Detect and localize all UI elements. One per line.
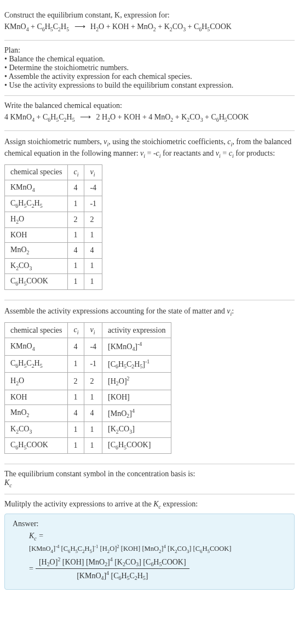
balanced-rhs: 2 H2O + KOH + 4 MnO2 + K2CO3 + C6H5COOK bbox=[96, 113, 249, 121]
cell: [KOH] bbox=[102, 390, 171, 404]
cell: -4 bbox=[84, 338, 102, 355]
cell: KMnO4 bbox=[5, 180, 68, 196]
table-header-row: chemical species ci νi activity expressi… bbox=[5, 322, 171, 338]
kc-line-3: = [H2O]2 [KOH] [MnO2]4 [K2CO3] [C6H5COOK… bbox=[29, 556, 286, 582]
cell: 1 bbox=[68, 438, 84, 454]
assign-text: Assign stoichiometric numbers, νi, using… bbox=[4, 136, 295, 160]
cell: KOH bbox=[5, 227, 68, 242]
table-header: chemical species bbox=[5, 164, 68, 180]
cell: MnO2 bbox=[5, 404, 68, 421]
balanced-title: Write the balanced chemical equation: bbox=[4, 101, 295, 110]
cell: 4 bbox=[68, 404, 84, 421]
table-row: KMnO44-4 bbox=[5, 180, 102, 196]
cell: K2CO3 bbox=[5, 258, 68, 274]
intro-eq-rhs: H2O + KOH + MnO2 + K2CO3 + C6H5COOK bbox=[90, 22, 232, 31]
cell: 4 bbox=[68, 180, 84, 196]
cell: [C6H5COOK] bbox=[102, 438, 171, 454]
table-header: chemical species bbox=[5, 322, 68, 338]
cell: C6H5C2H5 bbox=[5, 196, 68, 212]
plan-item: • Balance the chemical equation. bbox=[4, 55, 295, 64]
table-row: C6H5COOK11[C6H5COOK] bbox=[5, 438, 171, 454]
cell: 1 bbox=[68, 196, 84, 212]
cell: KMnO4 bbox=[5, 338, 68, 355]
cell: -4 bbox=[84, 180, 102, 196]
kc-line-1: Kc = bbox=[29, 532, 286, 542]
table-row: KMnO44-4[KMnO4]-4 bbox=[5, 338, 171, 355]
stoich-table: chemical species ci νi KMnO44-4 C6H5C2H5… bbox=[4, 164, 102, 290]
cell: [MnO2]4 bbox=[102, 404, 171, 421]
table-row: KOH11[KOH] bbox=[5, 390, 171, 404]
table-row: MnO244 bbox=[5, 242, 102, 258]
cell: 1 bbox=[84, 258, 102, 274]
table-header: νi bbox=[84, 164, 102, 180]
cell: 2 bbox=[84, 212, 102, 227]
kc-symbol: Kc bbox=[4, 478, 295, 488]
plan-item: • Use the activity expressions to build … bbox=[4, 81, 295, 90]
table-header: activity expression bbox=[102, 322, 171, 338]
multiply-section: Mulitply the activity expressions to arr… bbox=[4, 494, 295, 595]
cell: [H2O]2 bbox=[102, 373, 171, 390]
table-row: H2O22[H2O]2 bbox=[5, 373, 171, 390]
table-row: K2CO311 bbox=[5, 258, 102, 274]
cell: H2O bbox=[5, 373, 68, 390]
cell: 2 bbox=[84, 373, 102, 390]
table-row: KOH11 bbox=[5, 227, 102, 242]
cell: 1 bbox=[68, 355, 84, 372]
symbol-text: The equilibrium constant symbol in the c… bbox=[4, 470, 295, 478]
activity-table: chemical species ci νi activity expressi… bbox=[4, 322, 171, 454]
symbol-section: The equilibrium constant symbol in the c… bbox=[4, 464, 295, 494]
cell: -1 bbox=[84, 196, 102, 212]
cell: [KMnO4]-4 bbox=[102, 338, 171, 355]
cell: -1 bbox=[84, 355, 102, 372]
equals-sign: = bbox=[29, 565, 33, 573]
cell: MnO2 bbox=[5, 242, 68, 258]
assign-section: Assign stoichiometric numbers, νi, using… bbox=[4, 131, 295, 301]
table-header: ci bbox=[68, 322, 84, 338]
cell: 1 bbox=[68, 274, 84, 290]
answer-label: Answer: bbox=[13, 520, 286, 528]
balanced-equation: 4 KMnO4 + C6H5C2H5 ⟶ 2 H2O + KOH + 4 MnO… bbox=[4, 112, 295, 123]
cell: 1 bbox=[84, 274, 102, 290]
kc-eq: Kc = bbox=[29, 532, 44, 542]
cell: KOH bbox=[5, 390, 68, 404]
answer-box: Answer: Kc = [KMnO4]-4 [C6H5C2H5]-1 [H2O… bbox=[4, 514, 295, 589]
intro-section: Construct the equilibrium constant, K, e… bbox=[4, 4, 295, 41]
multiply-text: Mulitply the activity expressions to arr… bbox=[4, 500, 295, 510]
table-row: K2CO311[K2CO3] bbox=[5, 422, 171, 438]
assemble-section: Assemble the activity expressions accoun… bbox=[4, 300, 295, 464]
arrow-icon: ⟶ bbox=[71, 22, 89, 31]
cell: 1 bbox=[84, 422, 102, 438]
cell: 1 bbox=[84, 438, 102, 454]
cell: C6H5C2H5 bbox=[5, 355, 68, 372]
intro-equation: KMnO4 + C6H5C2H5 ⟶ H2O + KOH + MnO2 + K2… bbox=[4, 22, 295, 32]
cell: 2 bbox=[68, 212, 84, 227]
assemble-text: Assemble the activity expressions accoun… bbox=[4, 306, 295, 318]
cell: [C6H5C2H5]-1 bbox=[102, 355, 171, 372]
table-header-row: chemical species ci νi bbox=[5, 164, 102, 180]
plan-section: Plan: • Balance the chemical equation. •… bbox=[4, 41, 295, 96]
cell: C6H5COOK bbox=[5, 438, 68, 454]
cell: 1 bbox=[84, 390, 102, 404]
cell: 1 bbox=[68, 422, 84, 438]
frac-numerator: [H2O]2 [KOH] [MnO2]4 [K2CO3] [C6H5COOK] bbox=[36, 556, 189, 569]
cell: [K2CO3] bbox=[102, 422, 171, 438]
cell: 1 bbox=[68, 227, 84, 242]
kc-line-2: [KMnO4]-4 [C6H5C2H5]-1 [H2O]2 [KOH] [MnO… bbox=[29, 544, 286, 554]
cell: K2CO3 bbox=[5, 422, 68, 438]
balanced-section: Write the balanced chemical equation: 4 … bbox=[4, 96, 295, 131]
cell: H2O bbox=[5, 212, 68, 227]
intro-eq-lhs: KMnO4 + C6H5C2H5 bbox=[4, 22, 69, 31]
plan-title: Plan: bbox=[4, 46, 295, 55]
arrow-icon: ⟶ bbox=[77, 113, 94, 121]
balanced-lhs: 4 KMnO4 + C6H5C2H5 bbox=[4, 113, 75, 121]
intro-text: Construct the equilibrium constant, K, e… bbox=[4, 11, 295, 20]
table-row: C6H5C2H51-1 bbox=[5, 196, 102, 212]
table-row: C6H5C2H51-1[C6H5C2H5]-1 bbox=[5, 355, 171, 372]
plan-item: • Assemble the activity expression for e… bbox=[4, 72, 295, 81]
cell: 1 bbox=[68, 258, 84, 274]
table-row: MnO244[MnO2]4 bbox=[5, 404, 171, 421]
table-header: ci bbox=[68, 164, 84, 180]
cell: 4 bbox=[84, 242, 102, 258]
cell: 1 bbox=[68, 390, 84, 404]
cell: C6H5COOK bbox=[5, 274, 68, 290]
